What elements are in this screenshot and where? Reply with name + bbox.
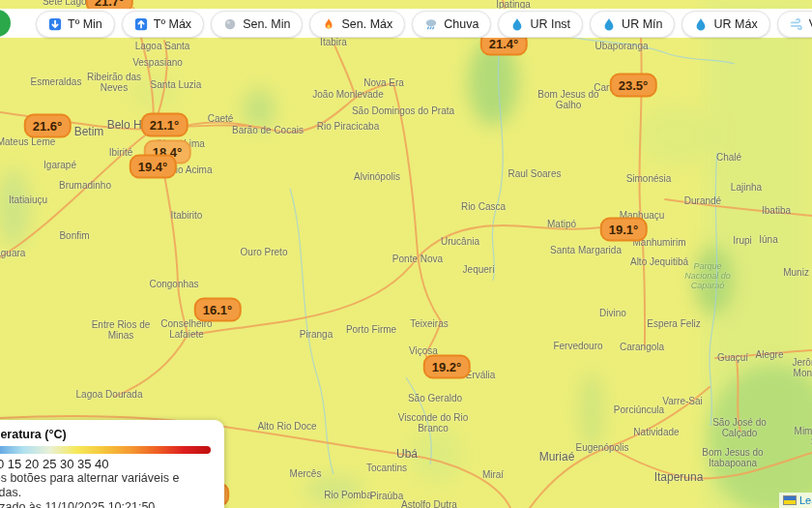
toolbar-button-label: Vento xyxy=(809,17,812,31)
temperature-badge[interactable]: 21.1° xyxy=(141,113,188,137)
legend-panel: Temperatura (°C) 0 5 10 15 20 25 30 35 4… xyxy=(0,420,224,508)
toolbar-button-label: Chuva xyxy=(444,17,478,31)
toolbar-button-sen-m-x[interactable]: Sen. Máx xyxy=(309,11,405,38)
toolbar-button-ur-m-x[interactable]: UR Máx xyxy=(682,11,769,38)
wind-icon xyxy=(790,17,803,31)
toolbar-button-label: UR Inst xyxy=(530,17,570,31)
flame-icon xyxy=(322,17,335,31)
legend-updated-timestamp: Atualizado às 11/10/2025 10:21:50 xyxy=(0,500,211,508)
leaflet-attribution-link[interactable]: Leaflet xyxy=(799,494,812,506)
cold-icon xyxy=(223,17,237,31)
temp-min-icon xyxy=(48,17,62,31)
toolbar-button-ur-m-n[interactable]: UR Mín xyxy=(590,11,675,38)
toolbar-button-ur-inst[interactable]: UR Inst xyxy=(498,11,583,38)
legend-ticks: 0 5 10 15 20 25 30 35 40 xyxy=(0,457,211,471)
temperature-badge[interactable]: 21.6° xyxy=(24,114,72,138)
toolbar-button-t-m-x[interactable]: Tº Máx xyxy=(122,11,204,38)
toolbar-button-label: Sen. Máx xyxy=(341,17,392,31)
toolbar-button-label: Tº Min xyxy=(68,17,102,31)
legend-gradient-bar xyxy=(0,446,211,454)
toolbar-button-vento[interactable]: Vento xyxy=(777,11,812,38)
temp-max-icon xyxy=(134,17,148,31)
temperature-badge[interactable]: 23.5° xyxy=(610,74,657,98)
toolbar-button-chuva[interactable]: Chuva xyxy=(412,11,491,38)
drop-icon xyxy=(602,17,616,31)
map-attribution: Leaflet xyxy=(779,493,812,508)
temperature-badge[interactable]: 19.4° xyxy=(130,155,177,179)
drop-icon xyxy=(694,17,708,31)
toolbar-button-label: UR Mín xyxy=(622,17,662,31)
toolbar-button-t-min[interactable]: Tº Min xyxy=(36,11,115,38)
rain-cloud-icon xyxy=(424,17,438,31)
toolbar-button-sen-min[interactable]: Sen. Min xyxy=(211,11,303,38)
ukraine-flag-icon xyxy=(783,495,797,505)
toolbar-button-label: UR Máx xyxy=(713,17,757,31)
temperature-badge[interactable]: 19.2° xyxy=(423,355,471,379)
layer-toolbar: Tº MinTº MáxSen. MinSen. MáxChuvaUR Inst… xyxy=(36,11,812,36)
legend-title: Temperatura (°C) xyxy=(0,428,211,441)
toolbar-button-label: Tº Máx xyxy=(154,17,191,31)
temperature-badge[interactable]: 19.1° xyxy=(600,218,648,242)
toolbar-button-label: Sen. Min xyxy=(243,17,290,31)
temperature-badge[interactable]: 16.1° xyxy=(194,298,242,322)
drop-icon xyxy=(510,17,524,31)
legend-caption: Use os botões para alternar variáveis e … xyxy=(0,471,211,500)
